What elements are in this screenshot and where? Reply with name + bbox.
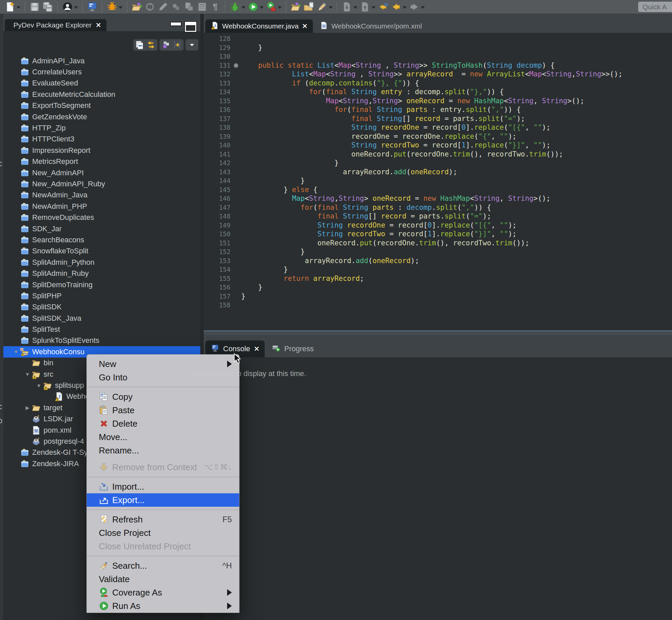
tree-item-impressionreport[interactable]: ImpressionReport [3, 145, 200, 156]
tree-item-splitdemotraining[interactable]: SplitDemoTraining [3, 279, 200, 290]
tree-item-evaluateseed[interactable]: EvaluateSeed [3, 78, 200, 89]
tree-item-splitphp[interactable]: SplitPHP [3, 290, 200, 301]
line-number[interactable]: 135 [204, 97, 232, 106]
dropdown-caret-icon[interactable] [241, 6, 245, 9]
chevron-right-icon[interactable]: ▶ [23, 405, 32, 411]
code-editor[interactable]: 128129 }130131 public static List<Map<St… [204, 33, 672, 330]
line-number[interactable]: 144 [204, 176, 232, 185]
menu-item-copy[interactable]: Copy [87, 390, 239, 404]
menu-item-refresh[interactable]: RefreshF5 [87, 513, 239, 526]
tree-item-correlateusers[interactable]: CorrelateUsers [3, 66, 200, 78]
tree-item-executemetriccalculation[interactable]: ExecuteMetricCalculation [3, 89, 200, 100]
orange-bug-button[interactable] [106, 1, 124, 13]
line-number[interactable]: 155 [204, 274, 232, 283]
line-number[interactable]: 150 [204, 229, 232, 239]
view-menu-icon[interactable] [187, 40, 197, 50]
line-number[interactable]: 142 [204, 158, 232, 167]
line-number[interactable]: 137 [204, 114, 232, 123]
line-number[interactable]: 152 [204, 247, 232, 256]
dropdown-caret-icon[interactable] [119, 6, 123, 9]
line-number[interactable]: 128 [204, 34, 232, 43]
menu-item-import-[interactable]: Import... [87, 480, 239, 493]
menu-item-validate[interactable]: Validate [87, 572, 239, 586]
console-view-button[interactable] [86, 1, 99, 13]
tree-item-searchbeacons[interactable]: SearchBeacons [3, 234, 200, 245]
tree-item-splitadmin-ruby[interactable]: SplitAdmin_Ruby [3, 268, 200, 279]
line-number[interactable]: 146 [204, 194, 232, 203]
console-tab-progress[interactable]: Progress [266, 341, 323, 357]
close-icon[interactable]: ✕ [96, 21, 101, 29]
dropdown-caret-icon[interactable] [353, 6, 357, 9]
tree-item-getzendeskvote[interactable]: GetZendeskVote [3, 111, 200, 122]
user-profile-button[interactable] [61, 1, 79, 13]
new-wizard-button[interactable] [3, 1, 21, 13]
maximize-button[interactable] [185, 22, 196, 32]
run-green-button[interactable] [246, 1, 265, 13]
line-number[interactable]: 134 [204, 88, 232, 97]
dropdown-caret-icon[interactable] [421, 6, 425, 9]
menu-item-search-[interactable]: Search...^H [87, 559, 239, 572]
focus-task-icon[interactable] [172, 40, 182, 50]
line-number[interactable]: 151 [204, 239, 232, 248]
line-number[interactable]: 158 [204, 301, 232, 310]
dropdown-caret-icon[interactable] [74, 6, 78, 9]
line-number[interactable]: 138 [204, 123, 232, 132]
line-number[interactable]: 131 [204, 61, 232, 70]
tree-item-splunktosplitevents[interactable]: SplunkToSplitEvents [3, 335, 200, 346]
line-number[interactable]: 132 [204, 70, 232, 79]
tree-item-http-zip[interactable]: HTTP_Zip [3, 122, 200, 134]
back-arrow-button[interactable] [390, 1, 408, 13]
dropdown-caret-icon[interactable] [278, 6, 282, 9]
back-asterisk-button[interactable] [377, 1, 390, 13]
package-explorer-tab[interactable]: PyDev Package Explorer ✕ [5, 19, 107, 31]
menu-item-export-[interactable]: Export... [87, 493, 239, 507]
tree-item-removeduplicates[interactable]: RemoveDuplicates [3, 212, 200, 223]
folder-clipboard-button[interactable] [302, 1, 316, 13]
close-icon[interactable]: ✕ [254, 345, 260, 353]
tree-item-splitsdk[interactable]: SplitSDK [3, 302, 200, 313]
line-number[interactable]: 149 [204, 221, 232, 230]
line-number[interactable]: 140 [204, 141, 232, 150]
line-number[interactable]: 157 [204, 292, 232, 301]
open-resource-button[interactable] [130, 1, 144, 13]
tree-item-splitsdk-java[interactable]: SplitSDK_Java [3, 313, 200, 324]
line-number[interactable]: 136 [204, 105, 232, 114]
dropdown-caret-icon[interactable] [403, 6, 407, 9]
chevron-down-icon[interactable]: ▼ [12, 349, 20, 355]
menu-item-run-as[interactable]: Run As [87, 599, 239, 613]
tree-item-new-adminapi-ruby[interactable]: New_AdminAPI_Ruby [3, 178, 200, 189]
tree-item-exporttosegment[interactable]: ExportToSegment [3, 100, 200, 111]
dropdown-caret-icon[interactable] [372, 6, 376, 9]
menu-item-close-project[interactable]: Close Project [87, 526, 239, 539]
folder-balloons-button[interactable] [289, 1, 302, 13]
tree-item-new-adminapi[interactable]: New_AdminAPI [3, 167, 200, 178]
tree-item-adminapi-java[interactable]: AdminAPI_Java [3, 55, 200, 66]
line-number[interactable]: 129 [204, 43, 232, 52]
tree-item-sdk-jar[interactable]: SDK_Jar [3, 223, 200, 234]
menu-item-delete[interactable]: Delete [87, 417, 239, 430]
tree-item-snowflaketosplit[interactable]: SnowflakeToSplit [3, 246, 200, 257]
line-number[interactable]: 153 [204, 256, 232, 265]
external-tools-button[interactable] [265, 1, 283, 13]
filters-icon[interactable] [161, 40, 171, 50]
line-number[interactable]: 148 [204, 212, 232, 221]
tree-item-newadmin-php[interactable]: NewAdmin_PHP [3, 201, 200, 212]
editor-tab-java[interactable]: JWebhookConsumer.java✕ [205, 19, 313, 33]
tree-item-httpclient3[interactable]: HTTPClient3 [3, 134, 200, 145]
debug-button[interactable] [228, 1, 246, 13]
line-number[interactable]: 143 [204, 167, 232, 176]
line-number[interactable]: 130 [204, 52, 232, 61]
dropdown-caret-icon[interactable] [260, 6, 264, 9]
tree-item-newadmin-java[interactable]: NewAdmin_Java [3, 190, 200, 201]
line-number[interactable]: 156 [204, 283, 232, 292]
close-icon[interactable]: ✕ [302, 22, 307, 30]
chevron-down-icon[interactable]: ▼ [23, 371, 32, 377]
menu-item-new[interactable]: New [87, 357, 239, 371]
line-number[interactable]: 141 [204, 150, 232, 159]
editor-tab-pom[interactable]: MWebhookConsumer/pom.xml [315, 19, 431, 33]
line-number[interactable]: 145 [204, 185, 232, 194]
menu-item-rename-[interactable]: Rename... [87, 444, 239, 457]
dropdown-caret-icon[interactable] [329, 6, 333, 9]
chevron-down-icon[interactable]: ▼ [35, 383, 43, 389]
line-number[interactable]: 154 [204, 265, 232, 274]
